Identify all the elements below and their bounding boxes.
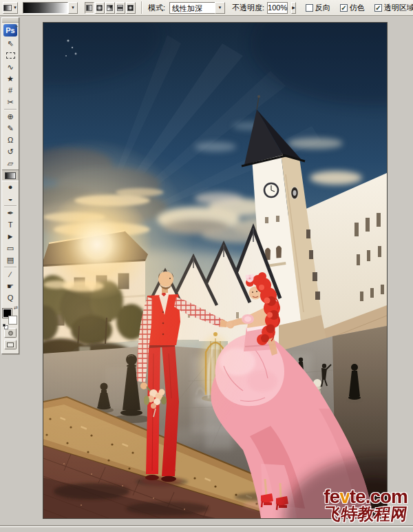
reflected-gradient-icon [117,5,123,11]
tool-move[interactable]: ⇖ [2,38,19,50]
dither-checkbox[interactable]: ✓ [340,4,348,12]
gradient-tool-icon [3,5,12,11]
default-colors-icon[interactable] [3,324,6,327]
tool-slice[interactable]: ✂ [2,96,19,108]
color-swatches: ⇄ [3,306,18,326]
linear-gradient-button[interactable] [85,2,94,14]
document-canvas[interactable] [43,22,388,519]
chevron-down-icon: ▼ [218,6,222,10]
reverse-option: 反向 [306,3,330,13]
tool-eyedropper[interactable]: ∕ [2,269,19,280]
tool-crop[interactable]: # [2,85,19,96]
blend-mode-arrow[interactable]: ▼ [215,2,225,14]
tool-preset-picker[interactable]: ▼ [3,2,18,14]
blend-mode-select[interactable]: 线性加深 ▼ [169,2,225,14]
tool-type[interactable]: T [2,219,19,231]
magic-wand-icon: ★ [7,75,14,83]
hand-icon: ☛ [7,283,14,290]
reverse-label: 反向 [315,3,330,13]
eraser-icon: ▱ [8,160,13,167]
transparency-option: ✓ 透明区域 [374,3,413,13]
dither-option: ✓ 仿色 [340,3,365,13]
tool-dodge[interactable]: ◒ [2,193,19,205]
transparency-checkbox[interactable]: ✓ [374,4,382,12]
tool-magic-wand[interactable]: ★ [2,73,19,85]
screen-mode-button[interactable] [4,340,17,349]
blend-mode-value: 线性加深 [169,2,215,14]
history-brush-icon: ↺ [7,148,13,156]
rectangular-marquee-icon [6,52,15,59]
diamond-gradient-button[interactable] [126,2,136,14]
mode-label: 模式: [148,3,165,13]
gradient-icon [5,172,16,179]
clone-stamp-icon: Ω [8,136,13,144]
opacity-slider-button[interactable]: ▶ [291,2,296,14]
notes-icon: ▤ [7,256,14,264]
tool-pen[interactable]: ✒ [2,207,19,219]
reflected-gradient-button[interactable] [116,2,125,14]
gradient-picker-arrow[interactable]: ▼ [68,2,78,14]
tool-zoom[interactable]: Q [2,292,19,304]
tool-path-selection[interactable]: ► [2,231,19,243]
lasso-icon: ∿ [7,63,13,71]
tool-hand[interactable]: ☛ [2,280,19,292]
crop-icon: # [8,87,12,94]
tools-palette: ▸ Ps ⇖ ∿ ★ # ✂ ⊕ ✎ Ω ↺ ▱ ● ◒ ✒ T ► ▭ ▤ ∕… [1,17,19,354]
move-icon: ⇖ [7,40,13,48]
chevron-down-icon: ▼ [13,6,17,10]
radial-gradient-button[interactable] [95,2,105,14]
photoshop-window: { "options_bar": { "dropdown_arrow": "▼"… [0,0,413,532]
watermark-site-name: 飞特教程网 [323,507,409,522]
gradient-editor-opener: ▼ [23,2,78,14]
background-color-swatch[interactable] [8,316,17,325]
photo [43,23,387,518]
quick-mask-button[interactable] [4,328,17,338]
diamond-gradient-icon [127,5,134,11]
tool-clone-stamp[interactable]: Ω [2,134,19,146]
tool-lasso[interactable]: ∿ [2,61,19,73]
reverse-checkbox[interactable] [306,4,313,12]
tool-blur[interactable]: ● [2,181,19,193]
eyedropper-icon: ∕ [10,271,11,278]
collapse-icon: ▸ [16,24,19,28]
radial-gradient-icon [96,5,103,11]
dither-label: 仿色 [350,3,365,13]
tool-gradient[interactable] [2,170,19,181]
tool-shape[interactable]: ▭ [2,243,19,254]
tool-group-separator [4,109,17,110]
linear-gradient-icon [86,5,92,11]
transparency-label: 透明区域 [384,3,413,13]
tool-notes[interactable]: ▤ [2,254,19,266]
chevron-down-icon: ▼ [71,6,75,10]
blur-icon: ● [8,183,13,191]
opacity-input[interactable]: 100% [267,2,288,14]
path-selection-icon: ► [7,233,14,241]
window-bottom-edge [0,525,413,527]
palette-header[interactable]: ▸ [2,18,19,23]
healing-brush-icon: ⊕ [7,113,13,121]
swap-colors-icon[interactable]: ⇄ [14,305,18,311]
gradient-preview[interactable] [23,2,68,14]
angle-gradient-button[interactable] [105,2,115,14]
brush-icon: ✎ [7,125,13,132]
tool-options-bar: ▼ ▼ 模式: 线性加深 ▼ 不透明度: 100% ▶ 反向 ✓ 仿色 ✓ 透明… [0,0,413,16]
separator [141,1,142,14]
zoom-icon: Q [8,294,14,302]
tool-history-brush[interactable]: ↺ [2,146,19,158]
quick-mask-icon [8,331,13,336]
pen-icon: ✒ [7,209,13,217]
screen-mode-icon [7,342,14,347]
photoshop-logo: Ps [3,24,17,37]
angle-gradient-icon [107,5,113,11]
tool-brush[interactable]: ✎ [2,123,19,134]
type-icon: T [8,221,13,229]
slider-arrow-icon: ▶ [292,6,295,10]
tool-group-separator [4,267,17,268]
tool-spot-healing-brush[interactable]: ⊕ [2,111,19,123]
opacity-label: 不透明度: [232,3,264,13]
slice-icon: ✂ [7,99,13,106]
gradient-type-buttons [85,2,136,14]
tool-rectangular-marquee[interactable] [2,50,19,61]
watermark: fevte.com 飞特教程网 [324,488,407,522]
tool-eraser[interactable]: ▱ [2,158,19,170]
